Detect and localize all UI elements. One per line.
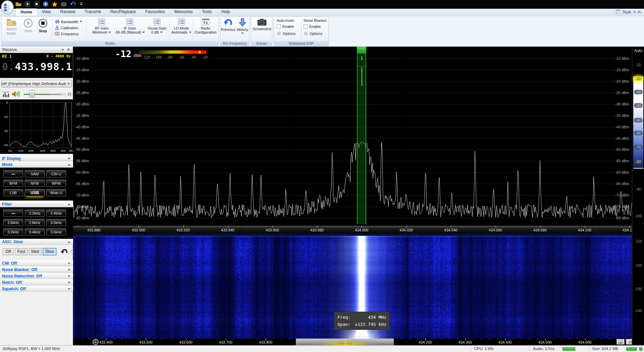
menu-tab[interactable]: Help <box>217 8 235 16</box>
speaker-icon[interactable] <box>12 91 20 98</box>
af-y-tick: -20 <box>1 115 8 119</box>
style-icon[interactable] <box>616 9 620 15</box>
automute-options-button[interactable]: Options <box>277 31 296 36</box>
section-mode[interactable]: Mode <box>0 162 73 167</box>
waterfall-display[interactable]: Freq:434 MHz Span:±122.745 kHz <box>73 233 632 339</box>
previous-frequency-button[interactable]: Previous <box>220 18 236 32</box>
audio-device-dropdown[interactable]: HP (Périphérique High Definition Audio) <box>1 80 72 87</box>
agc-button[interactable]: Med <box>29 248 41 255</box>
pane-dropdown-icon[interactable] <box>61 49 64 51</box>
agc-button[interactable]: Slow <box>43 248 56 255</box>
agc-button[interactable]: Off <box>3 248 14 255</box>
volume-slider-thumb[interactable] <box>30 90 35 98</box>
spectrum-trace <box>73 47 632 226</box>
screenshot-camera-icon[interactable] <box>61 2 67 6</box>
favourite-star-icon[interactable] <box>52 1 58 7</box>
dsp-strip[interactable]: Squelch: Off <box>0 286 73 292</box>
rx-marker-badge[interactable]: 1 <box>359 55 365 61</box>
stop-icon[interactable] <box>34 1 40 7</box>
equalizer-icon[interactable] <box>3 91 9 98</box>
rf-gain-button[interactable]: RF Gain Minimum <box>88 18 115 34</box>
section-filter[interactable]: Filter <box>0 201 73 207</box>
filter-button[interactable]: ••• <box>3 210 23 217</box>
rx-marker[interactable]: 1 <box>357 47 366 224</box>
mode-button[interactable]: Wide-U <box>46 189 66 196</box>
menu-tab[interactable]: Receive <box>56 8 80 16</box>
application-menu-button[interactable] <box>1 0 14 14</box>
mode-button[interactable]: SAM <box>25 170 45 177</box>
noiseblanker-enable-checkbox[interactable]: Enable <box>304 25 321 29</box>
bandwidth-button[interactable]: Bandwidth <box>55 19 82 25</box>
section-agc[interactable]: AGC: Slow <box>0 239 73 245</box>
menu-tab[interactable]: Transmit <box>80 8 106 16</box>
menu-tab[interactable]: View <box>37 8 56 16</box>
select-radio-button[interactable]: Select Radio <box>3 18 20 36</box>
dsp-strip[interactable]: Noise Blanker: Off <box>0 267 73 272</box>
mode-button[interactable]: NFM <box>25 180 45 187</box>
spectrum-display[interactable]: -12dBm -120-100-80-60-40-20 -10 dBm-15 d… <box>73 47 632 226</box>
filter-button[interactable]: 3.0kHz <box>46 219 66 226</box>
dsp-strip[interactable]: Noise Reduction: Off <box>0 273 73 279</box>
start-button[interactable]: Start <box>21 18 35 33</box>
dsp-strip[interactable]: Notch: Off <box>0 279 73 285</box>
db-label-right: -60 dBm <box>615 170 629 174</box>
pane-close-icon[interactable]: ✕ <box>67 47 70 53</box>
scroll-left-button[interactable]: « <box>93 339 99 345</box>
automute-enable-checkbox[interactable]: Enable <box>277 25 294 29</box>
level-colorbar[interactable] <box>139 50 206 54</box>
dsp-strip[interactable]: CW: Off <box>0 260 73 266</box>
mode-button[interactable]: USB <box>25 189 45 196</box>
mode-button[interactable]: ••• <box>3 170 23 177</box>
undo-icon[interactable] <box>70 1 76 7</box>
lo-mode-button[interactable]: LO Mode Automatic <box>171 18 192 34</box>
range-auto-label[interactable]: Auto <box>632 48 644 53</box>
stop-button[interactable]: Stop <box>36 18 50 33</box>
start-icon[interactable] <box>24 1 31 7</box>
visual-gain-button[interactable]: Visual Gain 0 dB <box>146 18 168 34</box>
agc-button[interactable]: Fast <box>15 248 28 255</box>
filter-button[interactable]: 2.6kHz <box>3 219 23 226</box>
rx-marker-cap[interactable] <box>357 47 366 54</box>
if-gain-button[interactable]: IF Gain -55 dB (Manual) <box>112 18 147 34</box>
filter-button[interactable]: 2.2kHz <box>25 210 45 217</box>
rx-frequency-display[interactable]: RX 1 0 - 4000 Hz 0.433.998.150 <box>0 53 73 78</box>
waterfall-range-bar[interactable]: Auto -10-20-30-40-50-60-70-80-90-100-110… <box>632 47 644 345</box>
db-label-left: -80 dBm <box>75 216 89 220</box>
menu-tab[interactable]: Rec/Playback <box>106 8 141 16</box>
qat-customize-icon[interactable] <box>79 2 83 6</box>
mode-button[interactable]: WFM <box>46 180 66 187</box>
af-spectrum-panel[interactable]: 0-20-40-60 501002004008001k63k2 <box>0 99 73 154</box>
open-folder-icon[interactable] <box>15 2 21 6</box>
frequency-button[interactable]: Frequency <box>55 31 78 37</box>
calibration-button[interactable]: Calibration <box>55 25 78 31</box>
band-navigator[interactable]: 433.400433.500433.600433.700433.800433.9… <box>73 339 632 345</box>
radio-configuration-button[interactable]: Radio Configuration <box>194 18 218 34</box>
mode-button[interactable]: CW-U <box>46 170 66 177</box>
menu-tab[interactable]: Memories <box>170 8 198 16</box>
filter-button[interactable]: 2.8kHz <box>25 219 45 226</box>
noiseblanker-options-button[interactable]: Options <box>304 31 322 36</box>
mode-button[interactable]: LSB <box>3 189 23 196</box>
filter-button[interactable]: 3.6kHz <box>46 228 66 235</box>
filter-button[interactable]: 2.4kHz <box>46 210 66 217</box>
mode-button[interactable]: BFM <box>3 180 23 187</box>
add-receiver-icon[interactable] <box>43 1 49 7</box>
filter-button[interactable]: 3.4kHz <box>25 228 45 235</box>
collapse-ribbon-icon[interactable] <box>637 11 641 14</box>
filter-button[interactable]: 3.2kHz <box>3 228 23 235</box>
spectrum-frequency-scale[interactable]: 433.880433.900433.920433.940433.960433.9… <box>73 226 632 233</box>
style-dropdown-icon[interactable] <box>633 11 636 13</box>
menu-tab[interactable]: Favourites <box>141 8 169 16</box>
screenshot-button[interactable]: Screenshot <box>252 18 272 31</box>
menu-tab[interactable]: Home <box>15 8 37 16</box>
style-label[interactable]: Style <box>622 10 631 14</box>
menu-tab[interactable]: Tools <box>198 8 217 16</box>
zoom-x5-button[interactable]: x5 <box>626 339 632 345</box>
section-if-display[interactable]: IF Display <box>0 156 73 161</box>
navigator-view-button[interactable] <box>616 339 625 345</box>
agc-undo-icon[interactable] <box>60 248 68 255</box>
frequency-readout[interactable]: 0.433.998.150 <box>2 61 71 73</box>
history-button[interactable]: History <box>235 18 250 34</box>
nav-label: 433.700 <box>216 340 235 344</box>
ribbon-tab-bar: HomeViewReceiveTransmitRec/PlaybackFavou… <box>0 9 644 16</box>
